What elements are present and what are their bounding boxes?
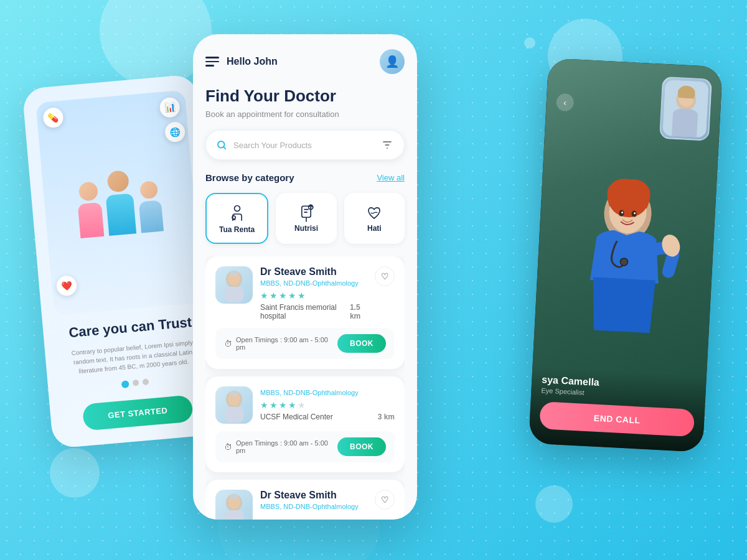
star-5: ★ [298,291,306,301]
hospital-name-0: Saint Francis memorial hospital [260,303,350,320]
svg-point-6 [232,216,235,219]
svg-rect-18 [225,510,243,520]
small-video-feed [659,77,712,141]
body-1 [78,202,105,238]
bg-blob-4 [535,485,573,523]
doctor-avatar-svg-1 [218,388,250,422]
top-bar: Hello John 👤 [205,49,405,74]
svg-rect-20 [230,495,238,500]
doctor-avatar-svg-2 [218,492,250,520]
video-background: ‹ [529,58,723,452]
user-avatar[interactable]: 👤 [380,49,405,74]
star-3b: ★ [279,400,287,410]
end-call-button[interactable]: END CALL [539,401,695,437]
filter-icon[interactable] [380,138,394,152]
pagination-dots [121,378,149,388]
bg-blob-3 [50,448,100,498]
browse-row: Browse by category View all [205,172,405,183]
search-icon [216,139,227,151]
doctor-card-1: MBBS, ND-DNB-Ophthalmology ★ ★ ★ ★ ★ UCS… [205,376,405,472]
dot-3[interactable] [143,378,149,385]
float-ball-1 [524,37,535,49]
category-row: Tua Renta Nutrisi Hati [205,193,405,244]
svg-line-1 [223,147,225,149]
video-bottom: sya Camella Eye Specialist END CALL [529,366,707,452]
right-phone: ‹ [529,58,723,452]
search-placeholder: Search Your Products [233,141,380,150]
hospital-row-0: Saint Francis memorial hospital 1.5 km [260,303,370,320]
clock-icon-0: ⏱ [224,339,232,348]
star-1b: ★ [260,400,268,410]
view-all-link[interactable]: View all [377,173,405,182]
book-button-0[interactable]: BOOK [337,334,386,353]
head-3 [139,180,158,199]
center-phone: Hello John 👤 Find Your Doctor Book an ap… [193,34,417,520]
nurse-main-image [532,139,718,375]
svg-point-31 [620,258,628,266]
doctor-info-1: MBBS, ND-DNB-Ophthalmology ★ ★ ★ ★ ★ UCS… [260,386,395,421]
stars-row-0: ★ ★ ★ ★ ★ [260,291,370,301]
doctor-specialty-1: MBBS, ND-DNB-Ophthalmology [260,389,395,396]
body-3 [139,200,164,233]
dot-1[interactable] [121,380,129,388]
doctor-specialty-0: MBBS, ND-DNB-Ophthalmology [260,279,370,287]
category-name-2: Hati [367,224,382,233]
doctors-list: Dr Steave Smith MBBS, ND-DNB-Ophthalmolo… [205,256,405,520]
doctor-info-0: Dr Steave Smith MBBS, ND-DNB-Ophthalmolo… [260,266,370,320]
browse-label: Browse by category [205,172,294,183]
category-name-1: Nutrisi [294,224,318,233]
heart-button-0[interactable]: ♡ [375,266,395,286]
book-button-1[interactable]: BOOK [337,437,386,456]
doctor-avatar-svg-0 [218,268,250,302]
doctor-card-2-top: Dr Steave Smith MBBS, ND-DNB-Ophthalmolo… [215,490,395,520]
hati-icon [363,202,385,224]
timing-text-0: ⏱ Open Timings : 9:00 am - 5:00 pm [224,336,337,351]
svg-rect-16 [230,391,238,396]
search-bar[interactable]: Search Your Products [205,130,405,160]
dot-2[interactable] [133,380,139,386]
doctor-card-1-bottom: ⏱ Open Timings : 9:00 am - 5:00 pm BOOK [215,431,395,462]
doctor-person-1 [76,181,105,238]
doctor-person-2 [103,170,136,236]
doctor-group [62,154,177,252]
category-card-2[interactable]: Hati [344,193,405,244]
main-subtitle: Book an appointment for consultation [205,110,405,119]
get-started-button[interactable]: GET STARTED [82,394,194,431]
star-3: ★ [279,291,287,301]
svg-rect-14 [225,407,243,422]
category-card-0[interactable]: Tua Renta [205,193,268,244]
hospital-name-1: UCSF Medical Center [260,413,333,421]
doctor-card-0: Dr Steave Smith MBBS, ND-DNB-Ophthalmolo… [205,256,405,369]
star-4b: ★ [288,400,296,410]
hospital-row-1: UCSF Medical Center 3 km [260,413,395,421]
doctor-card-0-top: Dr Steave Smith MBBS, ND-DNB-Ophthalmolo… [215,266,395,320]
svg-rect-12 [230,271,238,276]
float-icon-1: 💊 [42,107,64,129]
doctor-card-0-bottom: ⏱ Open Timings : 9:00 am - 5:00 pm BOOK [215,328,395,359]
doctor-person-3 [137,180,164,233]
doctor-illustration: 💊 📊 ❤️ 🌐 [35,90,203,316]
head-1 [78,182,99,202]
heart-button-2[interactable]: ♡ [375,490,395,510]
distance-0: 1.5 km [350,303,370,320]
star-4: ★ [288,291,296,301]
stars-row-1: ★ ★ ★ ★ ★ [260,400,395,410]
svg-point-0 [218,141,225,148]
category-card-1[interactable]: Nutrisi [276,193,336,244]
small-video-svg [662,80,709,138]
doctor-card-2: Dr Steave Smith MBBS, ND-DNB-Ophthalmolo… [205,480,405,520]
float-icon-4: 🌐 [164,121,186,143]
tua-renta-icon [226,203,248,225]
doctor-avatar-0 [215,266,253,304]
float-icon-3: ❤️ [56,275,78,297]
star-2b: ★ [270,400,278,410]
hamburger-line-2 [205,61,219,63]
greeting-text: Hello John [227,56,278,67]
back-button[interactable]: ‹ [556,93,574,111]
doctor-name-0: Dr Steave Smith [260,266,370,278]
star-2: ★ [270,291,278,301]
doctor-info-2: Dr Steave Smith MBBS, ND-DNB-Ophthalmolo… [260,490,370,514]
hamburger-menu[interactable] [205,57,219,67]
doctor-card-1-top: MBBS, ND-DNB-Ophthalmology ★ ★ ★ ★ ★ UCS… [215,386,395,424]
svg-rect-10 [225,287,243,302]
